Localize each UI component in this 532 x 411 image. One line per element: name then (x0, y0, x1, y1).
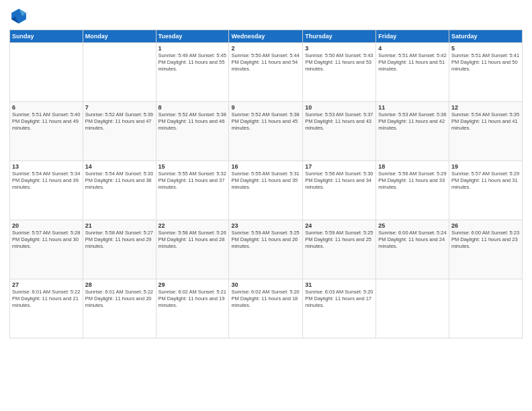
day-info: Sunrise: 5:58 AM Sunset: 5:26 PM Dayligh… (159, 230, 227, 250)
day-info: Sunrise: 5:53 AM Sunset: 5:36 PM Dayligh… (378, 111, 447, 132)
calendar-header: SundayMondayTuesdayWednesdayThursdayFrid… (10, 30, 523, 43)
calendar-table: SundayMondayTuesdayWednesdayThursdayFrid… (9, 30, 523, 338)
day-number: 23 (231, 222, 300, 229)
calendar-cell: 16Sunrise: 5:55 AM Sunset: 5:31 PM Dayli… (229, 161, 303, 220)
calendar-cell (10, 43, 83, 102)
day-number: 10 (305, 104, 373, 111)
weekday-row: SundayMondayTuesdayWednesdayThursdayFrid… (10, 30, 523, 43)
header (9, 7, 523, 26)
calendar-cell: 12Sunrise: 5:54 AM Sunset: 5:35 PM Dayli… (449, 102, 522, 161)
day-number: 19 (451, 163, 520, 170)
day-number: 15 (159, 163, 227, 170)
day-info: Sunrise: 6:00 AM Sunset: 5:23 PM Dayligh… (451, 230, 520, 250)
day-info: Sunrise: 6:01 AM Sunset: 5:22 PM Dayligh… (12, 289, 81, 309)
day-number: 24 (305, 222, 373, 229)
calendar-cell: 2Sunrise: 5:50 AM Sunset: 5:44 PM Daylig… (229, 43, 303, 102)
day-info: Sunrise: 5:53 AM Sunset: 5:37 PM Dayligh… (305, 111, 373, 132)
calendar-cell: 1Sunrise: 5:49 AM Sunset: 5:45 PM Daylig… (156, 43, 229, 102)
day-info: Sunrise: 5:51 AM Sunset: 5:40 PM Dayligh… (12, 111, 81, 132)
day-info: Sunrise: 6:02 AM Sunset: 5:21 PM Dayligh… (159, 289, 227, 309)
day-info: Sunrise: 6:00 AM Sunset: 5:24 PM Dayligh… (378, 230, 447, 250)
weekday-header: Sunday (10, 30, 83, 43)
day-info: Sunrise: 5:56 AM Sunset: 5:30 PM Dayligh… (305, 171, 373, 191)
day-info: Sunrise: 6:03 AM Sunset: 5:20 PM Dayligh… (305, 289, 373, 309)
day-info: Sunrise: 5:58 AM Sunset: 5:27 PM Dayligh… (85, 230, 154, 250)
calendar-week-row: 27Sunrise: 6:01 AM Sunset: 5:22 PM Dayli… (10, 279, 523, 338)
day-info: Sunrise: 5:56 AM Sunset: 5:29 PM Dayligh… (378, 171, 447, 191)
day-number: 16 (231, 163, 300, 170)
calendar-cell: 8Sunrise: 5:52 AM Sunset: 5:38 PM Daylig… (156, 102, 229, 161)
day-info: Sunrise: 5:59 AM Sunset: 5:25 PM Dayligh… (231, 230, 300, 250)
day-info: Sunrise: 5:59 AM Sunset: 5:25 PM Dayligh… (305, 230, 373, 250)
calendar-cell: 27Sunrise: 6:01 AM Sunset: 5:22 PM Dayli… (10, 279, 83, 338)
weekday-header: Thursday (303, 30, 376, 43)
calendar-cell: 6Sunrise: 5:51 AM Sunset: 5:40 PM Daylig… (10, 102, 83, 161)
calendar-cell: 14Sunrise: 5:54 AM Sunset: 5:33 PM Dayli… (83, 161, 156, 220)
calendar-cell: 28Sunrise: 6:01 AM Sunset: 5:22 PM Dayli… (83, 279, 156, 338)
day-number: 30 (231, 281, 300, 288)
day-number: 9 (231, 104, 300, 111)
calendar-cell: 21Sunrise: 5:58 AM Sunset: 5:27 PM Dayli… (83, 220, 156, 279)
day-info: Sunrise: 5:55 AM Sunset: 5:31 PM Dayligh… (231, 171, 300, 191)
day-number: 11 (378, 104, 447, 111)
calendar-cell: 19Sunrise: 5:57 AM Sunset: 5:29 PM Dayli… (449, 161, 522, 220)
weekday-header: Tuesday (156, 30, 229, 43)
day-info: Sunrise: 5:49 AM Sunset: 5:45 PM Dayligh… (159, 52, 227, 73)
day-info: Sunrise: 5:57 AM Sunset: 5:28 PM Dayligh… (12, 230, 81, 250)
day-info: Sunrise: 5:51 AM Sunset: 5:41 PM Dayligh… (451, 52, 520, 73)
day-info: Sunrise: 6:02 AM Sunset: 5:20 PM Dayligh… (231, 289, 300, 309)
calendar-cell: 10Sunrise: 5:53 AM Sunset: 5:37 PM Dayli… (303, 102, 376, 161)
calendar-cell: 31Sunrise: 6:03 AM Sunset: 5:20 PM Dayli… (303, 279, 376, 338)
day-info: Sunrise: 6:01 AM Sunset: 5:22 PM Dayligh… (85, 289, 154, 309)
day-number: 28 (85, 281, 154, 288)
day-number: 22 (159, 222, 227, 229)
calendar-body: 1Sunrise: 5:49 AM Sunset: 5:45 PM Daylig… (10, 43, 523, 338)
calendar-cell: 5Sunrise: 5:51 AM Sunset: 5:41 PM Daylig… (449, 43, 522, 102)
day-info: Sunrise: 5:55 AM Sunset: 5:32 PM Dayligh… (159, 171, 227, 191)
day-number: 13 (12, 163, 81, 170)
day-info: Sunrise: 5:50 AM Sunset: 5:44 PM Dayligh… (231, 52, 300, 73)
day-info: Sunrise: 5:52 AM Sunset: 5:38 PM Dayligh… (159, 111, 227, 132)
calendar-week-row: 1Sunrise: 5:49 AM Sunset: 5:45 PM Daylig… (10, 43, 523, 102)
day-info: Sunrise: 5:54 AM Sunset: 5:35 PM Dayligh… (451, 111, 520, 132)
calendar-cell: 13Sunrise: 5:54 AM Sunset: 5:34 PM Dayli… (10, 161, 83, 220)
logo (9, 7, 31, 26)
calendar-cell: 7Sunrise: 5:52 AM Sunset: 5:39 PM Daylig… (83, 102, 156, 161)
weekday-header: Monday (83, 30, 156, 43)
calendar-cell: 15Sunrise: 5:55 AM Sunset: 5:32 PM Dayli… (156, 161, 229, 220)
day-number: 26 (451, 222, 520, 229)
day-number: 29 (159, 281, 227, 288)
day-number: 4 (378, 45, 447, 52)
weekday-header: Saturday (449, 30, 522, 43)
calendar-cell (449, 279, 522, 338)
day-number: 1 (159, 45, 227, 52)
calendar-cell: 23Sunrise: 5:59 AM Sunset: 5:25 PM Dayli… (229, 220, 303, 279)
weekday-header: Wednesday (229, 30, 303, 43)
day-number: 2 (231, 45, 300, 52)
logo-icon (9, 7, 28, 26)
calendar-cell: 26Sunrise: 6:00 AM Sunset: 5:23 PM Dayli… (449, 220, 522, 279)
day-number: 3 (305, 45, 373, 52)
calendar-cell: 17Sunrise: 5:56 AM Sunset: 5:30 PM Dayli… (303, 161, 376, 220)
calendar-cell: 30Sunrise: 6:02 AM Sunset: 5:20 PM Dayli… (229, 279, 303, 338)
day-number: 21 (85, 222, 154, 229)
calendar-cell: 18Sunrise: 5:56 AM Sunset: 5:29 PM Dayli… (376, 161, 449, 220)
calendar-cell: 3Sunrise: 5:50 AM Sunset: 5:43 PM Daylig… (303, 43, 376, 102)
day-info: Sunrise: 5:52 AM Sunset: 5:39 PM Dayligh… (85, 111, 154, 132)
svg-marker-0 (11, 9, 26, 24)
day-number: 31 (305, 281, 373, 288)
day-number: 17 (305, 163, 373, 170)
day-info: Sunrise: 5:54 AM Sunset: 5:34 PM Dayligh… (12, 171, 81, 191)
calendar-cell: 9Sunrise: 5:52 AM Sunset: 5:38 PM Daylig… (229, 102, 303, 161)
day-number: 25 (378, 222, 447, 229)
day-number: 7 (85, 104, 154, 111)
calendar-cell: 11Sunrise: 5:53 AM Sunset: 5:36 PM Dayli… (376, 102, 449, 161)
calendar-cell: 20Sunrise: 5:57 AM Sunset: 5:28 PM Dayli… (10, 220, 83, 279)
calendar-cell: 24Sunrise: 5:59 AM Sunset: 5:25 PM Dayli… (303, 220, 376, 279)
day-number: 27 (12, 281, 81, 288)
day-number: 12 (451, 104, 520, 111)
day-number: 6 (12, 104, 81, 111)
calendar-cell: 22Sunrise: 5:58 AM Sunset: 5:26 PM Dayli… (156, 220, 229, 279)
calendar-cell: 29Sunrise: 6:02 AM Sunset: 5:21 PM Dayli… (156, 279, 229, 338)
calendar-cell: 25Sunrise: 6:00 AM Sunset: 5:24 PM Dayli… (376, 220, 449, 279)
